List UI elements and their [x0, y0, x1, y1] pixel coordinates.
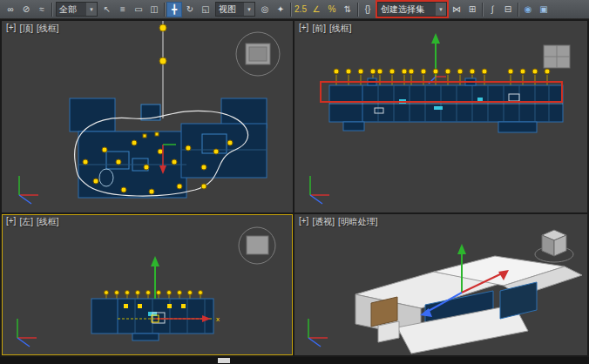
select-and-rotate-button[interactable]: ↻: [182, 2, 198, 17]
mirror-icon: ⋈: [452, 4, 461, 14]
manipulate-icon: ✦: [277, 4, 284, 14]
toolbar-separator: [290, 3, 291, 17]
top-viewport-canvas[interactable]: [2, 21, 293, 212]
viewport-pov-button[interactable]: [顶]: [19, 23, 33, 35]
viewport-perspective[interactable]: [+] [透视] [明暗处理]: [294, 214, 587, 355]
toolbar-separator: [357, 3, 358, 17]
rotate-icon: ↻: [186, 4, 193, 14]
align-icon: ⊞: [469, 4, 476, 14]
toolbar-separator: [518, 3, 518, 17]
viewport-pov-button[interactable]: [左]: [19, 216, 33, 228]
shaded-room-model[interactable]: [355, 256, 582, 354]
select-and-manipulate-button[interactable]: ✦: [273, 2, 288, 17]
angle-snap-toggle[interactable]: ∠: [308, 2, 324, 17]
viewport-front-label: [+] [前] [线框]: [299, 23, 352, 35]
unlink-selection-button[interactable]: ⊘: [18, 2, 34, 17]
selection-filter-dropdown[interactable]: 全部▼: [56, 2, 98, 17]
select-and-link-icon: ∞: [7, 4, 13, 14]
edit-named-selection-sets-button[interactable]: {}: [360, 2, 376, 17]
align-button[interactable]: ⊞: [464, 2, 480, 17]
viewcube[interactable]: [239, 227, 275, 264]
scale-icon: ◱: [201, 4, 209, 14]
select-by-name-icon: ≡: [120, 4, 125, 14]
viewport-top[interactable]: [+] [顶] [线框]: [2, 21, 293, 212]
perspective-viewport-canvas[interactable]: [294, 214, 587, 355]
spinner-snap-icon: ⇅: [344, 4, 351, 14]
elevation-wireframe[interactable]: [91, 299, 213, 340]
render-setup-button[interactable]: ▣: [536, 2, 552, 17]
bind-spacewarp-icon: ≈: [39, 4, 44, 14]
viewcube[interactable]: [535, 230, 573, 262]
spinner-snap-toggle[interactable]: ⇅: [340, 2, 355, 17]
window-crossing-icon: ◫: [150, 4, 158, 14]
viewport-shading-button[interactable]: [线框]: [329, 23, 352, 35]
viewport-shading-button[interactable]: [线框]: [37, 23, 59, 35]
viewport-left[interactable]: [+] [左] [线框]: [2, 214, 293, 355]
chevron-down-icon[interactable]: ▼: [436, 3, 446, 16]
use-pivot-center-button[interactable]: ◎: [257, 2, 273, 17]
curve-editor-button[interactable]: ∫: [484, 2, 500, 17]
axis-tripod: [310, 176, 329, 204]
toolbar-separator: [164, 3, 165, 17]
percent-snap-toggle[interactable]: %: [324, 2, 340, 17]
viewcube[interactable]: [544, 45, 570, 68]
named-selection-set-dropdown[interactable]: 创建选择集▼: [377, 2, 447, 17]
render-setup-icon: ▣: [539, 4, 547, 14]
chevron-down-icon[interactable]: ▼: [244, 3, 254, 16]
viewport-shading-button[interactable]: [明暗处理]: [338, 216, 378, 228]
transform-gizmo[interactable]: [429, 33, 446, 84]
move-icon: ╋: [172, 4, 177, 14]
front-viewport-canvas[interactable]: [294, 21, 587, 212]
rectangle-region-icon: ▭: [134, 4, 142, 14]
gizmo-x-axis-label: x: [216, 315, 220, 323]
left-viewport-canvas[interactable]: x: [2, 214, 293, 355]
viewport-menu-button[interactable]: [+]: [299, 216, 308, 228]
viewport-shading-button[interactable]: [线框]: [37, 216, 59, 228]
curve-editor-icon: ∫: [491, 4, 494, 14]
floor-plan-wireframe[interactable]: [70, 98, 267, 198]
reference-coordinate-dropdown[interactable]: 视图▼: [215, 2, 255, 17]
main-toolbar: ∞⊘≈全部▼↖≡▭◫╋↻◱视图▼◎✦2.5∠%⇅{}创建选择集▼⋈⊞∫⊟◉▣: [0, 0, 589, 19]
reference-coordinate-dropdown-value: 视图: [216, 3, 244, 16]
select-object-button[interactable]: ↖: [99, 2, 115, 17]
viewport-menu-button[interactable]: [+]: [299, 23, 308, 35]
snap-toggle-2-5d-button[interactable]: 2.5: [293, 2, 308, 17]
material-editor-icon: ◉: [525, 4, 532, 14]
select-and-move-button[interactable]: ╋: [166, 2, 182, 17]
max-application-window: ∞⊘≈全部▼↖≡▭◫╋↻◱视图▼◎✦2.5∠%⇅{}创建选择集▼⋈⊞∫⊟◉▣ […: [0, 0, 589, 364]
elevation-wireframe[interactable]: [329, 78, 563, 132]
rectangular-selection-region-button[interactable]: ▭: [131, 2, 146, 17]
named-sets-icon: {}: [365, 4, 371, 14]
select-object-icon: ↖: [104, 4, 111, 14]
select-by-name-button[interactable]: ≡: [115, 2, 131, 17]
axis-tripod: [308, 319, 328, 347]
schematic-view-button[interactable]: ⊟: [500, 2, 516, 17]
viewport-pov-button[interactable]: [透视]: [312, 216, 335, 228]
pivot-center-icon: ◎: [261, 4, 269, 14]
named-selection-set-dropdown-value: 创建选择集: [378, 3, 436, 16]
percent-snap-icon: %: [328, 4, 336, 14]
window-crossing-toggle[interactable]: ◫: [146, 2, 162, 17]
viewport-menu-button[interactable]: [+]: [6, 23, 16, 35]
viewport-front[interactable]: [+] [前] [线框]: [294, 21, 587, 212]
select-and-link-button[interactable]: ∞: [3, 2, 18, 17]
viewport-menu-button[interactable]: [+]: [6, 216, 16, 228]
material-editor-button[interactable]: ◉: [520, 2, 536, 17]
snap-magnet-icon: 2.5: [294, 4, 307, 14]
bind-to-space-warp-button[interactable]: ≈: [34, 2, 50, 17]
viewport-pov-button[interactable]: [前]: [312, 23, 326, 35]
select-and-scale-button[interactable]: ◱: [198, 2, 213, 17]
viewport-perspective-label: [+] [透视] [明暗处理]: [299, 216, 378, 228]
light-target-line[interactable]: [159, 21, 166, 118]
viewport-grid: [+] [顶] [线框]: [0, 19, 589, 357]
status-bar: [0, 357, 589, 364]
mirror-button[interactable]: ⋈: [449, 2, 464, 17]
unlink-icon: ⊘: [23, 4, 30, 14]
viewcube[interactable]: [236, 32, 280, 76]
selection-filter-dropdown-value: 全部: [57, 3, 86, 16]
status-indicator: [218, 358, 230, 363]
axis-tripod: [17, 319, 37, 347]
toolbar-separator: [51, 3, 52, 17]
chevron-down-icon[interactable]: ▼: [86, 3, 97, 16]
ceiling-lights-row[interactable]: [105, 291, 203, 300]
